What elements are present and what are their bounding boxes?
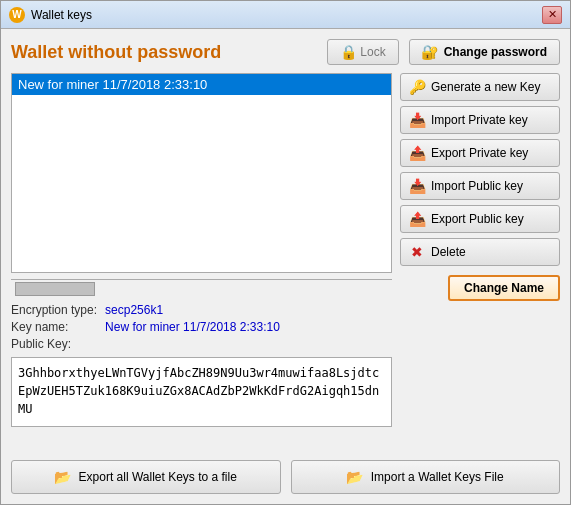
horizontal-scrollbar[interactable] (11, 279, 392, 297)
export-wallet-button[interactable]: 📂 Export all Wallet Keys to a file (11, 460, 281, 494)
title-bar: W Wallet keys ✕ (1, 1, 570, 29)
publickey-value (105, 337, 392, 351)
password-icon: 🔐 (422, 44, 438, 60)
right-panel: 🔑 Generate a new Key 📥 Import Private ke… (400, 73, 560, 448)
import-private-key-button[interactable]: 📥 Import Private key (400, 106, 560, 134)
key-info-grid: Encryption type: secp256k1 Key name: New… (11, 303, 392, 351)
delete-label: Delete (431, 245, 466, 259)
list-item[interactable]: New for miner 11/7/2018 2:33:10 (12, 74, 391, 95)
import-wallet-button[interactable]: 📂 Import a Wallet Keys File (291, 460, 561, 494)
public-key-box: 3GhhborxthyeLWnTGVyjfAbcZH89N9Uu3wr4muwi… (11, 357, 392, 427)
close-button[interactable]: ✕ (542, 6, 562, 24)
export-public-key-button[interactable]: 📤 Export Public key (400, 205, 560, 233)
change-password-button[interactable]: 🔐 Change password (409, 39, 560, 65)
import-private-key-label: Import Private key (431, 113, 528, 127)
wallet-keys-window: W Wallet keys ✕ Wallet without password … (0, 0, 571, 505)
left-panel: New for miner 11/7/2018 2:33:10 Encrypti… (11, 73, 392, 448)
encryption-value: secp256k1 (105, 303, 392, 317)
top-row: Wallet without password 🔒 Lock 🔐 Change … (11, 39, 560, 65)
change-password-label: Change password (444, 45, 547, 59)
export-private-key-icon: 📤 (409, 145, 425, 161)
import-wallet-label: Import a Wallet Keys File (371, 470, 504, 484)
export-public-key-label: Export Public key (431, 212, 524, 226)
export-private-key-label: Export Private key (431, 146, 528, 160)
export-wallet-label: Export all Wallet Keys to a file (79, 470, 237, 484)
import-public-key-label: Import Public key (431, 179, 523, 193)
app-icon: W (9, 7, 25, 23)
key-list-item-label: New for miner 11/7/2018 2:33:10 (18, 77, 207, 92)
export-public-key-icon: 📤 (409, 211, 425, 227)
generate-new-key-button[interactable]: 🔑 Generate a new Key (400, 73, 560, 101)
encryption-label: Encryption type: (11, 303, 97, 317)
lock-button[interactable]: 🔒 Lock (327, 39, 398, 65)
lock-icon: 🔒 (340, 44, 356, 60)
keyname-value: New for miner 11/7/2018 2:33:10 (105, 320, 392, 334)
key-list[interactable]: New for miner 11/7/2018 2:33:10 (11, 73, 392, 273)
delete-icon: ✖ (409, 244, 425, 260)
public-key-text: 3GhhborxthyeLWnTGVyjfAbcZH89N9Uu3wr4muwi… (18, 366, 379, 416)
change-name-button[interactable]: Change Name (448, 275, 560, 301)
main-area: New for miner 11/7/2018 2:33:10 Encrypti… (11, 73, 560, 448)
bottom-row: 📂 Export all Wallet Keys to a file 📂 Imp… (11, 460, 560, 494)
generate-key-icon: 🔑 (409, 79, 425, 95)
main-content: Wallet without password 🔒 Lock 🔐 Change … (1, 29, 570, 504)
generate-new-key-label: Generate a new Key (431, 80, 540, 94)
change-name-label: Change Name (464, 281, 544, 295)
lock-label: Lock (360, 45, 385, 59)
keyname-label: Key name: (11, 320, 97, 334)
change-name-container: Change Name (400, 275, 560, 301)
import-public-key-button[interactable]: 📥 Import Public key (400, 172, 560, 200)
wallet-title: Wallet without password (11, 42, 317, 63)
window-title: Wallet keys (31, 8, 542, 22)
publickey-label: Public Key: (11, 337, 97, 351)
import-wallet-icon: 📂 (347, 469, 363, 485)
scrollbar-thumb[interactable] (15, 282, 95, 296)
export-wallet-icon: 📂 (55, 469, 71, 485)
export-private-key-button[interactable]: 📤 Export Private key (400, 139, 560, 167)
delete-button[interactable]: ✖ Delete (400, 238, 560, 266)
import-private-key-icon: 📥 (409, 112, 425, 128)
import-public-key-icon: 📥 (409, 178, 425, 194)
